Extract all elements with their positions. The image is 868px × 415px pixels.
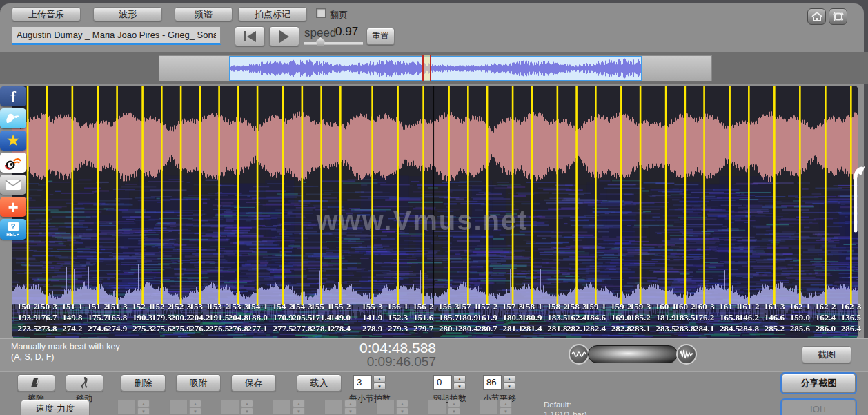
spin-up-icon[interactable]: ▲: [373, 375, 386, 383]
beat-cell-labels: 151-1: [62, 301, 83, 312]
beat-cell-time: 281.8: [547, 323, 567, 334]
waveform-view-button[interactable]: 波形: [93, 7, 162, 21]
load-button[interactable]: 载入: [297, 374, 342, 392]
pickup-beats-spinner[interactable]: 0 ▲▼: [433, 375, 466, 390]
beat-cell-tempo: 193.9: [17, 312, 37, 323]
spectrum-view-button[interactable]: 频谱: [175, 7, 233, 21]
share-weibo-button[interactable]: [0, 153, 26, 173]
beat-key-hint: Manually mark beat with key (A, S, D, F): [11, 342, 120, 363]
beat-cell-labels: 162-2: [815, 301, 836, 312]
beats-per-measure-spinner[interactable]: 3 ▲▼: [353, 375, 386, 390]
beat-cell-time: 283.8: [675, 323, 695, 334]
overview-track[interactable]: [159, 55, 712, 81]
disabled-spinner: ▲▼: [480, 400, 512, 415]
track-title-input[interactable]: [12, 26, 221, 45]
spin-down-icon[interactable]: ▼: [503, 383, 515, 390]
spin-down-icon: ▼: [137, 407, 150, 415]
screenshot-button[interactable]: 截图: [802, 346, 851, 363]
vmus-beat-editor: 上传音乐 波形 频谱 拍点标记 翻页 speed 0.97 重置: [0, 0, 868, 415]
disabled-spinner: ▲▼: [117, 400, 150, 415]
beat-cell-tempo: 162.4: [566, 312, 586, 323]
erase-tool-button[interactable]: [17, 374, 55, 392]
sine-wave-icon: [571, 349, 586, 359]
dense-wave-icon: [679, 349, 694, 360]
delete-button[interactable]: 删除: [121, 374, 166, 392]
share-screenshot-button[interactable]: 分享截图: [782, 374, 856, 393]
beat-cell-time: 285.6: [790, 323, 810, 334]
beat-cell-labels: 154-1: [247, 301, 268, 312]
play-button[interactable]: [269, 26, 299, 46]
speed-value: 0.97: [335, 25, 358, 39]
snap-button[interactable]: 吸附: [176, 374, 221, 392]
beat-cell-labels: 154-3: [292, 301, 313, 312]
page-flip-checkbox[interactable]: [316, 8, 326, 18]
share-email-button[interactable]: [0, 175, 26, 195]
qzone-star-icon: ★: [6, 133, 21, 148]
spin-down-icon: ▼: [396, 407, 408, 415]
watermark: www.Vmus.net: [316, 205, 528, 236]
play-icon: [279, 30, 289, 43]
spin-up-icon: ▲: [189, 400, 201, 407]
beat-cell-time: 275.3: [132, 323, 152, 334]
beat-cell-labels: 159-3: [630, 301, 651, 312]
ioi-button[interactable]: IOI+: [782, 400, 856, 415]
beats-per-measure-value[interactable]: 3: [353, 375, 372, 390]
beat-cell-tempo: 152.3: [388, 312, 408, 323]
waveform-small-icon[interactable]: [569, 344, 589, 365]
share-twitter-button[interactable]: [0, 108, 26, 128]
save-button[interactable]: 保存: [231, 374, 276, 392]
bottom-toolbar: 擦除 移动 删除 吸附 保存 载入 3 ▲▼ 每小节拍数 0 ▲▼ 弱起拍数 8…: [0, 371, 868, 415]
home-button[interactable]: [807, 8, 826, 25]
spin-down-icon[interactable]: ▼: [453, 383, 466, 390]
beat-cell-labels: 152-3: [170, 301, 191, 312]
beat-cell-tempo: 180.9: [522, 312, 542, 323]
overview-playhead[interactable]: [422, 55, 431, 81]
beat-cell-labels: 159-1: [585, 301, 606, 312]
beat-cell-labels: 152-2: [151, 301, 172, 312]
spin-up-icon: ▲: [241, 400, 253, 407]
measure-shift-spinner[interactable]: 86 ▲▼: [483, 375, 515, 390]
spin-up-icon: ▲: [344, 400, 357, 407]
share-more-button[interactable]: +: [0, 197, 26, 217]
upload-music-button[interactable]: 上传音乐: [12, 7, 81, 21]
beat-cell-time: 281.4: [522, 323, 542, 334]
beat-cell-labels: 158-1: [522, 301, 542, 312]
beat-cell-tempo: 191.5: [209, 312, 229, 323]
beat-cell-tempo: 176.7: [37, 312, 57, 323]
spin-up-icon: ▲: [396, 400, 408, 407]
beat-cell-labels: 156-3: [438, 301, 459, 312]
speed-slider[interactable]: [304, 42, 363, 44]
beat-mark-button[interactable]: 拍点标记: [238, 7, 307, 21]
measure-shift-value[interactable]: 86: [483, 375, 502, 390]
beat-cell-time: 283.1: [630, 323, 650, 334]
spin-up-icon[interactable]: ▲: [503, 375, 515, 383]
disabled-spinner: ▲▼: [324, 400, 357, 415]
tempo-dynamics-button[interactable]: 速度-力度: [21, 400, 90, 415]
pickup-beats-value[interactable]: 0: [433, 375, 452, 390]
skip-to-start-button[interactable]: [235, 26, 265, 46]
move-tool-button[interactable]: [66, 374, 103, 392]
weibo-icon: [4, 155, 22, 171]
overview-selection[interactable]: [229, 56, 642, 81]
spin-down-icon[interactable]: ▼: [373, 383, 386, 390]
spin-down-icon: ▼: [500, 407, 512, 415]
share-facebook-button[interactable]: f: [0, 86, 26, 106]
beat-cell-time: 282.8: [611, 323, 631, 334]
spin-up-icon[interactable]: ▲: [453, 375, 466, 383]
beat-cell-time: 274.2: [62, 323, 82, 334]
help-button[interactable]: ? HELP: [0, 219, 26, 240]
waveform-large-icon[interactable]: [676, 344, 697, 365]
fullscreen-button[interactable]: [829, 8, 847, 25]
reset-speed-button[interactable]: 重置: [366, 28, 395, 45]
spin-up-icon: ▲: [500, 400, 512, 407]
zoom-slider[interactable]: [588, 345, 678, 363]
beat-cell-labels: 157-1: [457, 301, 478, 312]
beat-cell-time: 280.7: [477, 323, 497, 334]
beat-cell-labels: 154-2: [273, 301, 293, 312]
disabled-spinner: ▲▼: [273, 400, 305, 415]
spin-up-icon: ▲: [137, 400, 150, 407]
beat-cell-tempo: 165.8: [107, 312, 127, 323]
share-qzone-button[interactable]: ★: [0, 131, 26, 151]
disabled-spinner: ▲▼: [221, 400, 253, 415]
question-mark-icon: ?: [8, 222, 19, 231]
